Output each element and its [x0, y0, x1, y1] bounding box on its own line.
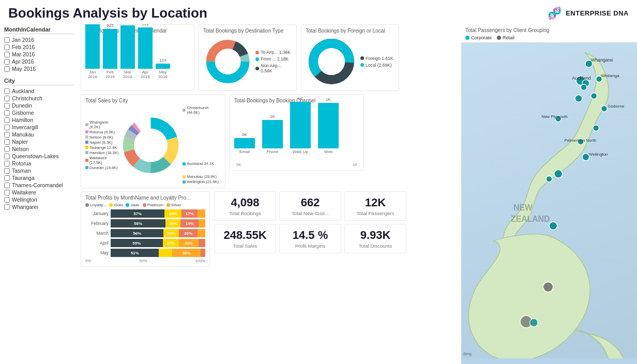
- svg-point-34: [543, 282, 553, 292]
- city-napier-checkbox[interactable]: [4, 139, 10, 145]
- city-auckland[interactable]: Auckland: [4, 87, 73, 95]
- kpi-grid: 4,098 Total Bookings 662 Total New Cust.…: [214, 191, 406, 253]
- svg-text:Whitianga: Whitianga: [601, 73, 620, 78]
- profits-april: April 55% 17% 21%: [85, 239, 205, 247]
- city-queenstown-checkbox[interactable]: [4, 154, 10, 159]
- profits-legend: Loyalty... Gold Jade Platinum Silver: [85, 203, 205, 207]
- month-apr-checkbox[interactable]: [4, 59, 10, 65]
- city-queenstown[interactable]: Queenstown-Lakes: [4, 153, 73, 160]
- city-whangarei-checkbox[interactable]: [4, 204, 10, 210]
- right-panel: Total Passengers by Client Grouping Corp…: [461, 24, 637, 364]
- logo-text: ENTERPRISE DNA: [566, 9, 629, 17]
- city-dunedin[interactable]: Dunedin: [4, 102, 73, 109]
- city-hamilton[interactable]: Hamilton: [4, 116, 73, 124]
- city-thames-checkbox[interactable]: [4, 183, 10, 188]
- map-title: Total Passengers by Client Grouping: [461, 24, 637, 34]
- channel-phone: 1K Phone: [262, 114, 283, 154]
- svg-point-30: [582, 154, 589, 161]
- retail-legend-label: Retail: [503, 35, 514, 40]
- foreign-local-title: Total Bookings by Foreign or Local: [306, 28, 395, 34]
- city-whangarei[interactable]: Whangarei: [4, 203, 73, 210]
- city-wellington[interactable]: Wellington: [4, 196, 73, 203]
- month-jan-checkbox[interactable]: [4, 37, 10, 43]
- city-rotorua-checkbox[interactable]: [4, 161, 10, 166]
- city-filter-title: City: [4, 78, 73, 85]
- city-thames[interactable]: Thames-Coromandel: [4, 181, 73, 189]
- dashboard: Bookings Analysis by Location 🧬 ENTERPRI…: [0, 0, 637, 364]
- logo-area: 🧬 ENTERPRISE DNA: [548, 7, 629, 20]
- month-feb[interactable]: Feb 2016: [4, 43, 73, 51]
- svg-point-8: [318, 48, 345, 75]
- city-nelson[interactable]: Nelson: [4, 145, 73, 153]
- svg-text:Gisborne: Gisborne: [608, 104, 625, 109]
- city-tasman-checkbox[interactable]: [4, 168, 10, 174]
- city-manukau[interactable]: Manukau: [4, 131, 73, 138]
- month-apr[interactable]: Apr 2016: [4, 58, 73, 65]
- city-tauranga[interactable]: Tauranga: [4, 174, 73, 181]
- monthly-chart-title: Total Bookings by MonthInCalendar: [85, 28, 190, 34]
- dna-icon: 🧬: [548, 7, 562, 20]
- svg-text:NEW: NEW: [513, 203, 533, 212]
- svg-point-22: [581, 84, 587, 90]
- bar-feb: 925 Feb2016: [103, 24, 117, 79]
- monthly-bookings-chart: Total Bookings by MonthInCalendar 1,083 …: [81, 24, 194, 91]
- city-invercargill[interactable]: Invercargill: [4, 124, 73, 131]
- channel-chart-area: 0K Email 1K Phone 1K: [234, 105, 359, 167]
- city-legend-right: Christchurch (44.6K) Auckland 34.1K Manu…: [183, 105, 221, 185]
- svg-text:New Plymouth: New Plymouth: [541, 114, 568, 119]
- destination-donut-svg: [203, 36, 252, 87]
- month-mar-checkbox[interactable]: [4, 52, 10, 57]
- corporate-legend-label: Corporate: [471, 35, 492, 40]
- city-christchurch-checkbox[interactable]: [4, 96, 10, 101]
- city-gisborne[interactable]: Gisborne: [4, 109, 73, 116]
- city-napier[interactable]: Napier: [4, 138, 73, 145]
- month-feb-checkbox[interactable]: [4, 44, 10, 50]
- svg-point-31: [554, 170, 563, 178]
- city-waitakere[interactable]: Waitakere: [4, 189, 73, 196]
- header: Bookings Analysis by Location 🧬 ENTERPRI…: [0, 0, 637, 24]
- svg-point-5: [215, 49, 241, 74]
- bing-label: Bing: [463, 352, 472, 356]
- profits-title: Total Profits by MonthName and Loyalty P…: [85, 195, 205, 201]
- city-manukau-checkbox[interactable]: [4, 132, 10, 138]
- destination-donut-wrapper: To Airp... 1.36K From ... 2.18K Non Airp…: [203, 36, 292, 87]
- svg-point-25: [591, 93, 597, 99]
- middle-panel: Total Bookings by MonthInCalendar 1,083 …: [78, 24, 461, 364]
- foreign-local-svg: [306, 36, 357, 87]
- channel-bars: 0K Email 1K Phone 1K: [234, 105, 359, 162]
- city-rotorua[interactable]: Rotorua: [4, 160, 73, 167]
- city-sales-chart: Total Sales by City Whangarei (6.2K) Rot…: [81, 94, 225, 188]
- destination-labels: To Airp... 1.36K From ... 2.18K Non Airp…: [255, 50, 292, 73]
- profits-axis-labels: 0% 50% 100%: [85, 259, 205, 263]
- retail-legend-dot: [497, 36, 501, 40]
- left-panel: MonthInCalendar Jan 2016 Feb 2016 Mar 20…: [0, 24, 78, 364]
- city-dunedin-checkbox[interactable]: [4, 103, 10, 109]
- svg-text:Palmerston North: Palmerston North: [565, 138, 596, 143]
- month-may[interactable]: May 2016: [4, 65, 73, 72]
- profits-chart: Total Profits by MonthName and Loyalty P…: [81, 191, 210, 267]
- city-hamilton-checkbox[interactable]: [4, 117, 10, 123]
- page-title: Bookings Analysis by Location: [8, 5, 207, 21]
- city-nelson-checkbox[interactable]: [4, 146, 10, 152]
- month-may-checkbox[interactable]: [4, 66, 10, 72]
- city-christchurch[interactable]: Christchurch: [4, 95, 73, 102]
- city-tasman[interactable]: Tasman: [4, 167, 73, 174]
- channel-web: 1K Web: [318, 97, 339, 154]
- nz-map-svg: Whangarei Auckland Whitianga Gisborne Ne…: [461, 42, 637, 358]
- svg-point-28: [593, 125, 599, 131]
- city-gisborne-checkbox[interactable]: [4, 110, 10, 116]
- city-donut-wrapper: Whangarei (6.2K) Rotorua (6.9K) Nelson (…: [85, 105, 221, 185]
- svg-point-36: [530, 318, 538, 327]
- city-legend-left: Whangarei (6.2K) Rotorua (6.9K) Nelson (…: [85, 120, 119, 171]
- city-invercargill-checkbox[interactable]: [4, 125, 10, 130]
- city-tauranga-checkbox[interactable]: [4, 175, 10, 181]
- city-waitakere-checkbox[interactable]: [4, 190, 10, 195]
- month-mar[interactable]: Mar 2016: [4, 51, 73, 58]
- booking-channel-chart: Total Bookings by Booking Channel 0K Ema…: [230, 94, 364, 171]
- month-jan[interactable]: Jan 2016: [4, 36, 73, 43]
- city-auckland-checkbox[interactable]: [4, 88, 10, 94]
- charts-row-2: Total Sales by City Whangarei (6.2K) Rot…: [81, 94, 458, 188]
- city-wellington-checkbox[interactable]: [4, 197, 10, 203]
- map-area: Whangarei Auckland Whitianga Gisborne Ne…: [461, 42, 637, 358]
- destination-chart-title: Total Bookings by Destination Type: [203, 28, 292, 34]
